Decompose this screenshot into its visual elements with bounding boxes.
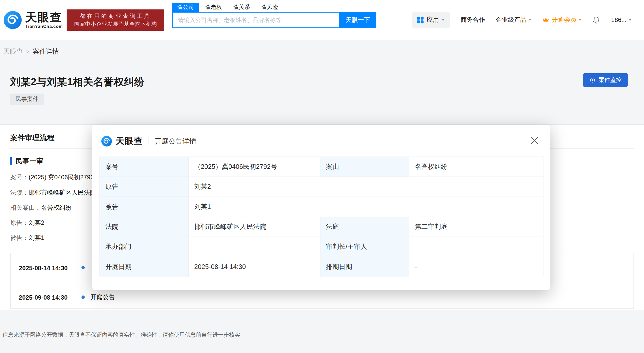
cell-value: （2025）冀0406民初2792号 [188, 157, 320, 177]
breadcrumb-home[interactable]: 天眼查 [3, 47, 23, 56]
tab-search-risk[interactable]: 查风险 [257, 3, 283, 12]
search-tabs: 查公司 查老板 查关系 查风险 [172, 3, 376, 12]
chevron-down-icon [629, 19, 632, 21]
table-row: 案号 （2025）冀0406民初2792号 案由 名誉权纠纷 [99, 157, 543, 177]
cell-value: - [188, 237, 320, 257]
case-monitor-button[interactable]: 案件监控 [583, 73, 628, 87]
cell-value: 第二审判庭 [409, 217, 543, 237]
cell-label: 法庭 [320, 217, 409, 237]
hearing-detail-table: 案号 （2025）冀0406民初2792号 案由 名誉权纠纷 原告 刘某2 被告… [99, 157, 543, 277]
page-title: 刘某2与刘某1相关名誉权纠纷 [10, 76, 644, 88]
modal-close-button[interactable] [529, 135, 540, 146]
brand-name: 天眼查 [25, 11, 63, 23]
search-input[interactable] [172, 12, 339, 28]
nav-apps[interactable]: 应用 [412, 12, 450, 28]
cell-value: 名誉权纠纷 [409, 157, 543, 177]
breadcrumb: 天眼查 > 案件详情 [0, 40, 644, 57]
search-block: 查公司 查老板 查关系 查风险 天眼一下 [172, 3, 376, 28]
modal-title: 开庭公告详情 [155, 136, 196, 146]
cell-label: 案由 [320, 157, 409, 177]
table-row: 法院 邯郸市峰峰矿区人民法院 法庭 第二审判庭 [99, 217, 543, 237]
tab-search-company[interactable]: 查公司 [172, 3, 199, 12]
apps-grid-icon [417, 17, 424, 23]
promo-banner[interactable]: 都在用的商业查询工具 国家中小企业发展子基金旗下机构 [67, 9, 164, 30]
breadcrumb-separator: > [26, 48, 29, 55]
chevron-down-icon [442, 19, 445, 21]
tab-search-relation[interactable]: 查关系 [228, 3, 255, 12]
case-header: 刘某2与刘某1相关名誉权纠纷 民事案件 案件监控 [0, 57, 644, 113]
nav-vip[interactable]: 开通会员 [542, 16, 582, 23]
modal-header-divider [149, 137, 149, 145]
timeline-item: 2025-09-08 14:30 开庭公告 [19, 293, 115, 302]
nav-cooperation[interactable]: 商务合作 [461, 16, 485, 23]
cell-label: 开庭日期 [99, 257, 188, 277]
nav-account-phone: 186... [611, 16, 627, 23]
notification-bell[interactable] [592, 16, 601, 24]
cell-label: 审判长/主审人 [320, 237, 409, 257]
promo-line1: 都在用的商业查询工具 [67, 12, 164, 20]
cell-value: 刘某2 [188, 177, 543, 197]
chevron-down-icon [528, 19, 532, 21]
table-row: 被告 刘某1 [99, 197, 543, 217]
timeline-label[interactable]: 开庭公告 [91, 293, 115, 301]
stage-accent-bar [10, 157, 12, 165]
bell-icon [592, 16, 601, 24]
brand-logo-icon [101, 135, 112, 146]
close-icon [529, 135, 540, 146]
hearing-detail-modal: 天眼查 开庭公告详情 案号 （2025）冀0406民初2792号 案由 名誉权纠… [92, 125, 550, 290]
nav-apps-label: 应用 [427, 16, 439, 23]
timeline-date: 2025-09-08 14:30 [19, 294, 78, 301]
monitor-target-icon [589, 77, 596, 84]
nav-enterprise-label: 企业级产品 [496, 16, 526, 23]
nav-vip-label: 开通会员 [552, 16, 576, 23]
timeline-item: 2025-08-14 14:30 [19, 263, 91, 272]
cell-label: 法院 [99, 217, 188, 237]
tab-search-boss[interactable]: 查老板 [201, 3, 227, 12]
timeline-dot-icon [81, 266, 85, 269]
cell-value: - [409, 257, 543, 277]
case-type-badge: 民事案件 [10, 93, 44, 105]
cell-label: 排期日期 [320, 257, 409, 277]
nav-account[interactable]: 186... [611, 16, 632, 23]
cell-label: 原告 [99, 177, 188, 197]
timeline-date: 2025-08-14 14:30 [19, 264, 78, 271]
cell-label: 案号 [99, 157, 188, 177]
search-button[interactable]: 天眼一下 [339, 12, 376, 28]
cell-label: 被告 [99, 197, 188, 217]
nav-enterprise[interactable]: 企业级产品 [496, 16, 532, 23]
cell-value: 2025-08-14 14:30 [188, 257, 320, 277]
crown-icon [542, 16, 550, 23]
timeline-connector [83, 269, 83, 295]
brand-logo-icon [3, 10, 22, 29]
stage-name: 民事一审 [16, 156, 43, 166]
table-row: 承办部门 - 审判长/主审人 - [99, 237, 543, 257]
cell-value: - [409, 237, 543, 257]
chevron-down-icon [579, 19, 582, 21]
header-nav: 应用 商务合作 企业级产品 开通会员 186... [412, 12, 632, 28]
brand-logo[interactable]: 天眼查 TianYanCha.com [3, 10, 63, 29]
table-row: 开庭日期 2025-08-14 14:30 排期日期 - [99, 257, 543, 277]
page: 天眼查 TianYanCha.com 都在用的商业查询工具 国家中小企业发展子基… [0, 0, 644, 353]
modal-header: 天眼查 开庭公告详情 [92, 125, 550, 147]
cell-value: 刘某1 [188, 197, 543, 217]
top-header: 天眼查 TianYanCha.com 都在用的商业查询工具 国家中小企业发展子基… [0, 0, 644, 40]
breadcrumb-current: 案件详情 [33, 47, 59, 56]
promo-line2: 国家中小企业发展子基金旗下机构 [67, 20, 164, 28]
case-monitor-label: 案件监控 [599, 76, 622, 84]
table-row: 原告 刘某2 [99, 177, 543, 197]
modal-brand-name: 天眼查 [116, 135, 143, 147]
timeline-dot-icon [81, 296, 85, 299]
cell-label: 承办部门 [99, 237, 188, 257]
cell-value: 邯郸市峰峰矿区人民法院 [188, 217, 320, 237]
footer-disclaimer: 信息来源于网络公开数据，天眼查不保证内容的真实性、准确性，请你使用信息前自行进一… [3, 332, 644, 339]
brand-domain: TianYanCha.com [25, 23, 63, 28]
